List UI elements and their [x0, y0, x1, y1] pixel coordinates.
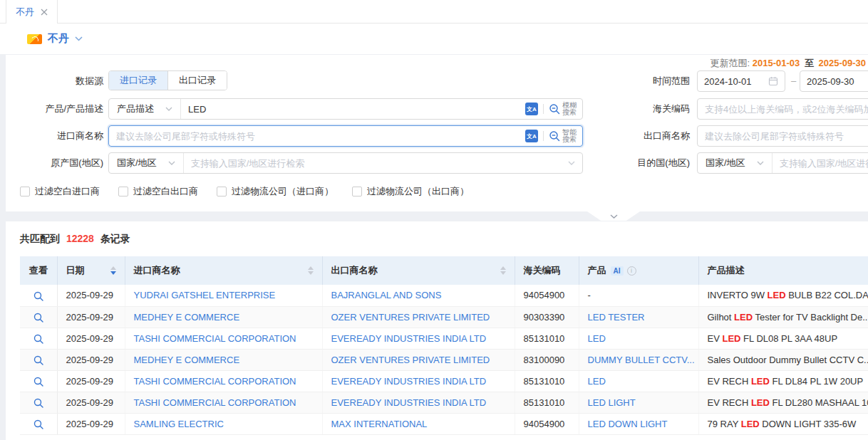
product-link[interactable]: LED	[588, 376, 606, 387]
exporter-link[interactable]: OZER VENTURES PRIVATE LIMITED	[331, 312, 490, 323]
importer-link[interactable]: TASHI COMMERCIAL CORPORATION	[134, 376, 296, 387]
product-cell: DUMMY BULLET CCTV...	[579, 349, 698, 370]
fuzzy-search-label: 模糊 搜索	[562, 102, 577, 116]
view-cell	[20, 285, 57, 306]
exporter-link[interactable]: EVEREADY INDUSTRIES INDIA LTD	[331, 333, 487, 344]
sort-asc-icon[interactable]	[110, 266, 116, 270]
sort-control[interactable]	[302, 266, 314, 275]
collapse-filter-button[interactable]	[587, 211, 640, 221]
sort-control[interactable]	[495, 266, 506, 275]
view-record-button[interactable]	[33, 419, 43, 429]
date-end-input[interactable]: 2025-09-30	[800, 70, 868, 92]
importer-cell: MEDHEY E COMMERCE	[125, 349, 322, 370]
import-records-button[interactable]: 进口记录	[109, 71, 167, 90]
column-header-3[interactable]: 出口商名称	[322, 256, 515, 285]
destination-input[interactable]	[773, 153, 868, 173]
table-row: 2025-09-29TASHI COMMERCIAL CORPORATIONEV…	[20, 392, 868, 413]
product-cell: -	[579, 285, 698, 306]
filter-checkbox-1[interactable]: 过滤空白出口商	[118, 185, 198, 198]
filter-checkbox-0[interactable]: 过滤空白进口商	[20, 185, 100, 198]
view-record-button[interactable]	[33, 377, 43, 387]
product-link[interactable]: LED DOWN LIGHT	[588, 419, 668, 429]
destination-select-value: 国家/地区	[706, 157, 745, 169]
importer-name-input[interactable]	[109, 126, 525, 146]
update-range-separator: 至	[805, 58, 814, 68]
importer-input-group: 文A 智能 搜索	[108, 125, 583, 147]
destination-select[interactable]: 国家/地区	[698, 153, 773, 173]
column-header-2[interactable]: 进口商名称	[125, 256, 322, 285]
sort-desc-icon[interactable]	[308, 271, 314, 275]
checkbox-icon[interactable]	[352, 187, 362, 197]
records-table: 查看日期进口商名称出口商名称海关编码产品AIi产品描述 2025-09-29YU…	[20, 256, 868, 435]
sort-desc-icon[interactable]	[110, 271, 116, 275]
view-record-button[interactable]	[33, 355, 43, 365]
importer-link[interactable]: MEDHEY E COMMERCE	[134, 355, 240, 365]
column-header-1[interactable]: 日期	[57, 256, 125, 285]
fuzzy-search-button[interactable]: 模糊 搜索	[549, 102, 577, 116]
update-range-end: 2025-09-30	[819, 58, 867, 68]
product-link[interactable]: LED	[588, 333, 606, 344]
destination-label: 目的国(地区)	[604, 152, 690, 174]
product-field-select[interactable]: 产品描述	[109, 99, 181, 119]
chevron-down-icon[interactable]	[75, 36, 83, 41]
tab-title: 不丹	[16, 6, 34, 19]
origin-country-input[interactable]	[184, 153, 568, 173]
exporter-label: 出口商名称	[604, 125, 690, 147]
exporter-cell: EVEREADY INDUSTRIES INDIA LTD	[322, 370, 515, 392]
data-source-segmented: 进口记录 出口记录	[108, 70, 227, 90]
records-table-wrap: 查看日期进口商名称出口商名称海关编码产品AIi产品描述 2025-09-29YU…	[20, 256, 868, 435]
view-record-button[interactable]	[33, 398, 43, 408]
translate-icon[interactable]: 文A	[525, 103, 538, 115]
export-records-button[interactable]: 出口记录	[167, 71, 227, 90]
importer-cell: MEDHEY E COMMERCE	[125, 306, 322, 328]
importer-cell: YUDRAI GATSHEL ENTERPRISE	[125, 285, 322, 306]
date-start-input[interactable]: 2024-10-01	[697, 70, 785, 92]
product-link[interactable]: LED LIGHT	[588, 397, 636, 408]
exporter-name-input[interactable]	[697, 125, 868, 147]
filter-checkbox-3[interactable]: 过滤物流公司（出口商）	[352, 185, 469, 198]
origin-country-select[interactable]: 国家/地区	[109, 153, 184, 173]
product-search-input[interactable]	[181, 99, 525, 119]
importer-link[interactable]: SAMLING ELECTRIC	[134, 419, 224, 429]
exporter-link[interactable]: OZER VENTURES PRIVATE LIMITED	[331, 355, 490, 365]
view-cell	[20, 349, 57, 370]
view-record-button[interactable]	[33, 313, 43, 323]
update-range-label: 更新范围:	[711, 58, 750, 68]
exporter-link[interactable]: EVEREADY INDUSTRIES INDIA LTD	[331, 397, 487, 408]
date-cell: 2025-09-29	[57, 413, 125, 434]
view-record-button[interactable]	[33, 334, 43, 344]
product-link[interactable]: LED TESTER	[588, 312, 645, 323]
info-icon[interactable]: i	[627, 266, 636, 276]
country-name[interactable]: 不丹	[48, 32, 69, 46]
importer-link[interactable]: TASHI COMMERCIAL CORPORATION	[134, 333, 296, 344]
checkbox-icon[interactable]	[217, 187, 227, 197]
close-tab-icon[interactable]	[41, 9, 48, 16]
sort-asc-icon[interactable]	[308, 266, 314, 270]
translate-icon[interactable]: 文A	[525, 130, 538, 142]
filter-checkbox-2[interactable]: 过滤物流公司（进口商）	[217, 185, 334, 198]
exporter-link[interactable]: MAX INTERNATIONAL	[331, 419, 428, 429]
hs-code-input[interactable]	[697, 98, 868, 120]
description-cell: INVERTO 9W LED BULB B22 COL.DA ...	[698, 285, 868, 306]
description-text: INVERTO 9W	[708, 290, 768, 300]
exporter-link[interactable]: BAJRANGLAL AND SONS	[331, 290, 442, 300]
table-row: 2025-09-29MEDHEY E COMMERCEOZER VENTURES…	[20, 306, 868, 328]
importer-link[interactable]: MEDHEY E COMMERCE	[134, 312, 240, 323]
importer-link[interactable]: YUDRAI GATSHEL ENTERPRISE	[134, 290, 276, 300]
sort-desc-icon[interactable]	[500, 271, 506, 275]
exporter-link[interactable]: EVEREADY INDUSTRIES INDIA LTD	[331, 376, 487, 387]
column-label: 查看	[29, 264, 48, 277]
product-link[interactable]: DUMMY BULLET CCTV...	[588, 355, 695, 365]
description-text: EV RECH	[708, 397, 751, 408]
product-empty: -	[588, 290, 591, 300]
view-record-button[interactable]	[33, 291, 43, 301]
smart-search-button[interactable]: 智能 搜索	[549, 129, 577, 143]
importer-link[interactable]: TASHI COMMERCIAL CORPORATION	[134, 397, 296, 408]
checkbox-icon[interactable]	[118, 187, 128, 197]
exporter-cell: EVEREADY INDUSTRIES INDIA LTD	[322, 392, 515, 413]
checkbox-icon[interactable]	[20, 187, 30, 197]
description-text: Gilhot	[708, 312, 735, 323]
sort-asc-icon[interactable]	[500, 266, 506, 270]
sort-control[interactable]	[105, 266, 116, 275]
tab-bhutan[interactable]: 不丹	[6, 0, 58, 23]
